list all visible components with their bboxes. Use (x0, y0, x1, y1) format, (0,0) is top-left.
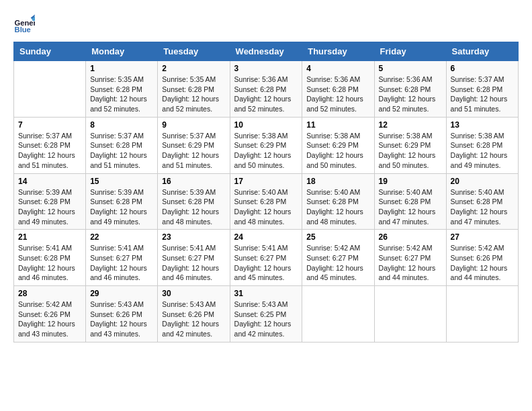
calendar-cell: 26Sunrise: 5:42 AM Sunset: 6:27 PM Dayli… (374, 230, 446, 286)
calendar-cell: 24Sunrise: 5:41 AM Sunset: 6:27 PM Dayli… (230, 230, 302, 286)
day-info: Sunrise: 5:35 AM Sunset: 6:28 PM Dayligh… (162, 75, 225, 114)
day-info: Sunrise: 5:40 AM Sunset: 6:28 PM Dayligh… (451, 187, 514, 227)
day-info: Sunrise: 5:43 AM Sunset: 6:25 PM Dayligh… (234, 300, 298, 339)
day-info: Sunrise: 5:37 AM Sunset: 6:28 PM Dayligh… (18, 131, 81, 171)
day-number: 1 (90, 64, 153, 73)
day-number: 23 (162, 232, 225, 242)
day-info: Sunrise: 5:38 AM Sunset: 6:29 PM Dayligh… (234, 131, 298, 171)
calendar-week-row: 14Sunrise: 5:39 AM Sunset: 6:28 PM Dayli… (14, 173, 519, 230)
day-number: 26 (379, 232, 442, 242)
calendar-cell: 8Sunrise: 5:37 AM Sunset: 6:28 PM Daylig… (86, 117, 158, 173)
calendar-cell: 11Sunrise: 5:38 AM Sunset: 6:29 PM Dayli… (302, 117, 374, 173)
calendar-cell: 1Sunrise: 5:35 AM Sunset: 6:28 PM Daylig… (86, 61, 158, 118)
day-number: 20 (451, 177, 514, 186)
calendar-cell: 23Sunrise: 5:41 AM Sunset: 6:27 PM Dayli… (158, 230, 230, 286)
calendar-week-row: 21Sunrise: 5:41 AM Sunset: 6:28 PM Dayli… (14, 230, 519, 286)
calendar-cell: 22Sunrise: 5:41 AM Sunset: 6:27 PM Dayli… (86, 230, 158, 286)
calendar-cell: 19Sunrise: 5:40 AM Sunset: 6:28 PM Dayli… (374, 173, 446, 230)
calendar-table: SundayMondayTuesdayWednesdayThursdayFrid… (13, 42, 519, 342)
day-info: Sunrise: 5:41 AM Sunset: 6:27 PM Dayligh… (90, 243, 153, 283)
day-number: 3 (234, 64, 298, 73)
logo-icon: General Blue (13, 13, 35, 35)
day-info: Sunrise: 5:36 AM Sunset: 6:28 PM Dayligh… (306, 75, 369, 114)
calendar-cell: 7Sunrise: 5:37 AM Sunset: 6:28 PM Daylig… (14, 117, 86, 173)
calendar-cell: 29Sunrise: 5:43 AM Sunset: 6:26 PM Dayli… (86, 286, 158, 342)
calendar-cell: 25Sunrise: 5:42 AM Sunset: 6:27 PM Dayli… (302, 230, 374, 286)
day-info: Sunrise: 5:42 AM Sunset: 6:27 PM Dayligh… (379, 243, 442, 283)
calendar-cell: 2Sunrise: 5:35 AM Sunset: 6:28 PM Daylig… (158, 61, 230, 118)
calendar-week-row: 1Sunrise: 5:35 AM Sunset: 6:28 PM Daylig… (14, 61, 519, 118)
day-info: Sunrise: 5:39 AM Sunset: 6:28 PM Dayligh… (162, 187, 225, 227)
day-number: 7 (18, 120, 81, 130)
header-thursday: Thursday (302, 42, 374, 61)
day-info: Sunrise: 5:42 AM Sunset: 6:27 PM Dayligh… (306, 243, 369, 283)
day-number: 21 (18, 232, 81, 242)
header-friday: Friday (374, 42, 446, 61)
day-info: Sunrise: 5:42 AM Sunset: 6:26 PM Dayligh… (451, 243, 514, 283)
day-info: Sunrise: 5:39 AM Sunset: 6:28 PM Dayligh… (90, 187, 153, 227)
day-info: Sunrise: 5:38 AM Sunset: 6:29 PM Dayligh… (379, 131, 442, 171)
day-info: Sunrise: 5:41 AM Sunset: 6:28 PM Dayligh… (18, 243, 81, 283)
calendar-cell: 16Sunrise: 5:39 AM Sunset: 6:28 PM Dayli… (158, 173, 230, 230)
calendar-cell: 13Sunrise: 5:38 AM Sunset: 6:28 PM Dayli… (446, 117, 518, 173)
calendar-cell (374, 286, 446, 342)
day-number: 4 (306, 64, 369, 73)
day-info: Sunrise: 5:38 AM Sunset: 6:29 PM Dayligh… (306, 131, 369, 171)
day-number: 19 (379, 177, 442, 186)
header-tuesday: Tuesday (158, 42, 230, 61)
day-info: Sunrise: 5:37 AM Sunset: 6:28 PM Dayligh… (90, 131, 153, 171)
calendar-cell: 30Sunrise: 5:43 AM Sunset: 6:26 PM Dayli… (158, 286, 230, 342)
day-number: 22 (90, 232, 153, 242)
calendar-cell: 20Sunrise: 5:40 AM Sunset: 6:28 PM Dayli… (446, 173, 518, 230)
day-info: Sunrise: 5:35 AM Sunset: 6:28 PM Dayligh… (90, 75, 153, 114)
day-number: 25 (306, 232, 369, 242)
day-info: Sunrise: 5:41 AM Sunset: 6:27 PM Dayligh… (234, 243, 298, 283)
day-number: 6 (451, 64, 514, 73)
day-info: Sunrise: 5:40 AM Sunset: 6:28 PM Dayligh… (379, 187, 442, 227)
calendar-cell: 9Sunrise: 5:37 AM Sunset: 6:29 PM Daylig… (158, 117, 230, 173)
day-info: Sunrise: 5:42 AM Sunset: 6:26 PM Dayligh… (18, 300, 81, 339)
day-number: 5 (379, 64, 442, 73)
day-number: 31 (234, 289, 298, 298)
calendar-cell: 10Sunrise: 5:38 AM Sunset: 6:29 PM Dayli… (230, 117, 302, 173)
logo: General Blue (13, 13, 35, 35)
day-number: 15 (90, 177, 153, 186)
calendar-cell (14, 61, 86, 118)
header-saturday: Saturday (446, 42, 518, 61)
calendar-week-row: 28Sunrise: 5:42 AM Sunset: 6:26 PM Dayli… (14, 286, 519, 342)
calendar-cell: 18Sunrise: 5:40 AM Sunset: 6:28 PM Dayli… (302, 173, 374, 230)
day-number: 24 (234, 232, 298, 242)
calendar-cell: 5Sunrise: 5:36 AM Sunset: 6:28 PM Daylig… (374, 61, 446, 118)
day-number: 27 (451, 232, 514, 242)
day-number: 9 (162, 120, 225, 130)
header-wednesday: Wednesday (230, 42, 302, 61)
day-info: Sunrise: 5:38 AM Sunset: 6:28 PM Dayligh… (451, 131, 514, 171)
header-sunday: Sunday (14, 42, 86, 61)
calendar-cell: 14Sunrise: 5:39 AM Sunset: 6:28 PM Dayli… (14, 173, 86, 230)
day-number: 12 (379, 120, 442, 130)
day-info: Sunrise: 5:43 AM Sunset: 6:26 PM Dayligh… (90, 300, 153, 339)
calendar-week-row: 7Sunrise: 5:37 AM Sunset: 6:28 PM Daylig… (14, 117, 519, 173)
calendar-cell (446, 286, 518, 342)
day-number: 28 (18, 289, 81, 298)
svg-text:Blue: Blue (15, 26, 31, 34)
calendar-cell: 31Sunrise: 5:43 AM Sunset: 6:25 PM Dayli… (230, 286, 302, 342)
day-number: 29 (90, 289, 153, 298)
day-info: Sunrise: 5:36 AM Sunset: 6:28 PM Dayligh… (234, 75, 298, 114)
day-number: 8 (90, 120, 153, 130)
day-number: 2 (162, 64, 225, 73)
calendar-cell: 27Sunrise: 5:42 AM Sunset: 6:26 PM Dayli… (446, 230, 518, 286)
calendar-header-row: SundayMondayTuesdayWednesdayThursdayFrid… (14, 42, 519, 61)
calendar-cell: 4Sunrise: 5:36 AM Sunset: 6:28 PM Daylig… (302, 61, 374, 118)
day-number: 10 (234, 120, 298, 130)
day-info: Sunrise: 5:36 AM Sunset: 6:28 PM Dayligh… (379, 75, 442, 114)
calendar-cell: 28Sunrise: 5:42 AM Sunset: 6:26 PM Dayli… (14, 286, 86, 342)
calendar-cell: 17Sunrise: 5:40 AM Sunset: 6:28 PM Dayli… (230, 173, 302, 230)
calendar-cell: 21Sunrise: 5:41 AM Sunset: 6:28 PM Dayli… (14, 230, 86, 286)
day-number: 18 (306, 177, 369, 186)
day-number: 16 (162, 177, 225, 186)
day-info: Sunrise: 5:40 AM Sunset: 6:28 PM Dayligh… (306, 187, 369, 227)
day-info: Sunrise: 5:39 AM Sunset: 6:28 PM Dayligh… (18, 187, 81, 227)
day-number: 30 (162, 289, 225, 298)
day-number: 14 (18, 177, 81, 186)
